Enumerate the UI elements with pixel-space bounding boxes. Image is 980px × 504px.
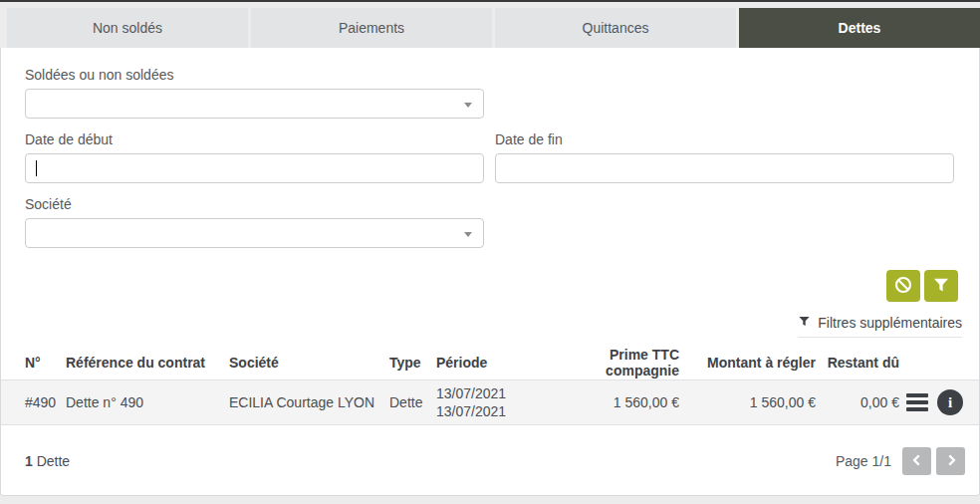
cell-numero: #490 [25,394,66,410]
extra-filters-link[interactable]: Filtres supplémentaires [798,315,962,338]
pagination: Page 1/1 [836,447,965,475]
previous-page-button[interactable] [902,447,931,475]
page-indicator: Page 1/1 [836,453,891,469]
table-row: #490 Dette n° 490 ECILIA Courtage LYON D… [1,379,979,425]
chevron-right-icon [944,453,958,470]
cell-type: Dette [389,394,436,410]
next-page-button[interactable] [936,447,965,475]
dettes-panel: Soldées ou non soldées Date de début Dat… [0,48,980,496]
soldees-select[interactable] [25,89,484,119]
chevron-down-icon [464,232,472,237]
cell-societe: ECILIA Courtage LYON [229,394,389,410]
header-numero: N° [25,355,66,371]
date-debut-label: Date de début [25,131,484,147]
window-top-border [0,0,980,2]
cell-prime: 1 560,00 € [540,394,679,410]
dettes-table: N° Référence du contrat Société Type Pér… [1,346,979,425]
periode-fin: 13/07/2021 [436,402,540,420]
header-restant: Restant dû [816,355,899,371]
soldees-label: Soldées ou non soldées [25,67,484,83]
header-prime: Prime TTC compagnie [540,347,679,378]
header-type: Type [389,355,436,371]
date-fin-input[interactable] [495,153,954,183]
menu-icon[interactable] [906,393,928,411]
date-debut-input[interactable] [25,153,484,183]
header-periode: Période [436,354,540,372]
text-cursor [36,160,37,176]
societe-select[interactable] [25,218,484,248]
chevron-left-icon [910,453,924,470]
ban-icon [893,275,913,298]
result-count-value: 1 [25,453,33,469]
apply-filters-button[interactable] [924,270,958,302]
tab-quittances[interactable]: Quittances [495,8,736,48]
clear-filters-button[interactable] [886,270,920,302]
tab-non-soldes[interactable]: Non soldés [7,8,248,48]
table-header-row: N° Référence du contrat Société Type Pér… [1,346,979,379]
societe-label: Société [25,196,484,212]
cell-montant: 1 560,00 € [679,394,816,410]
funnel-icon [932,276,950,297]
result-count-label: Dette [37,453,70,469]
extra-filters-label: Filtres supplémentaires [818,315,962,331]
header-societe: Société [229,355,389,371]
tab-dettes[interactable]: Dettes [739,8,980,48]
cell-restant: 0,00 € [816,394,899,410]
header-reference: Référence du contrat [66,355,229,371]
funnel-icon [798,315,811,331]
date-fin-label: Date de fin [495,131,954,147]
info-icon[interactable]: i [937,389,963,415]
cell-reference: Dette n° 490 [66,394,229,410]
chevron-down-icon [464,103,472,108]
header-montant: Montant à régler [679,355,816,371]
periode-debut: 13/07/2021 [436,384,540,402]
tab-bar: Non soldés Paiements Quittances Dettes [7,8,980,48]
tab-paiements[interactable]: Paiements [251,8,492,48]
cell-periode: 13/07/2021 13/07/2021 [436,384,540,420]
result-count: 1 Dette [25,453,70,469]
